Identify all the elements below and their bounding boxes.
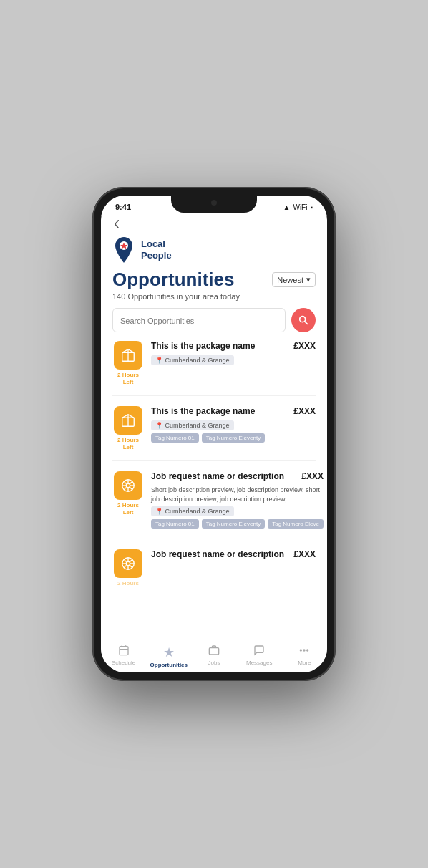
schedule-icon [118, 645, 130, 658]
location-text: 📍 Cumberland & Grange [151, 420, 234, 430]
nav-label-jobs: Jobs [208, 660, 220, 666]
search-row [112, 308, 316, 332]
svg-rect-30 [120, 647, 128, 655]
nav-label-schedule: Schedule [112, 660, 135, 666]
logo-text: Local People [141, 238, 172, 261]
svg-line-29 [130, 559, 132, 561]
location-text: 📍 Cumberland & Grange [151, 355, 234, 365]
card-name: This is the package name [151, 341, 291, 352]
svg-point-11 [126, 484, 130, 488]
nav-label-more: More [298, 660, 311, 666]
svg-rect-34 [209, 648, 218, 655]
opportunity-card[interactable]: 2 Hours Job request name or description … [112, 549, 316, 597]
location-text: 📍 Cumberland & Grange [151, 506, 234, 516]
card-name: This is the package name [151, 406, 291, 418]
card-body: This is the package name £XXX 📍 Cumberla… [151, 406, 316, 443]
icon-col: 2 HoursLeft [112, 406, 144, 450]
tags-row: Tag Numero 01 Tag Numero Eleventy Tag Nu… [151, 519, 324, 529]
phone-frame: 9:41 ▲ WiFi ▪ Local [92, 187, 336, 681]
sort-dropdown[interactable]: Newest ▾ [272, 272, 316, 287]
time-left-label: 2 HoursLeft [117, 437, 139, 450]
opportunity-card[interactable]: 2 HoursLeft Job request name or descript… [112, 471, 316, 539]
time-left-label: 2 HoursLeft [117, 502, 139, 516]
search-input-wrap[interactable] [112, 308, 286, 332]
svg-point-36 [303, 650, 305, 651]
card-name: Job request name or description [151, 549, 291, 561]
nav-item-opportunities[interactable]: ★ Opportunities [146, 640, 191, 672]
nav-item-jobs[interactable]: Jobs [191, 640, 236, 672]
time-left-label: 2 Hours [117, 580, 139, 587]
nav-item-schedule[interactable]: Schedule [101, 640, 146, 672]
svg-line-16 [124, 482, 126, 484]
svg-line-26 [124, 559, 126, 561]
page-header: Opportunities Newest ▾ [112, 269, 316, 291]
svg-line-3 [305, 322, 308, 324]
card-price: £XXX [293, 406, 316, 416]
scroll-content: Local People Opportunities Newest ▾ 140 … [101, 234, 327, 640]
card-body: Job request name or description £XXX [151, 549, 316, 561]
more-icon [298, 645, 310, 658]
location-row: 📍 Cumberland & Grange [151, 355, 316, 365]
page-subtitle: 140 Opportunities in your area today [112, 292, 316, 301]
opportunity-card[interactable]: 2 HoursLeft This is the package name £XX… [112, 406, 316, 461]
nav-label-opportunities: Opportunities [150, 662, 188, 668]
status-time: 9:41 [115, 203, 131, 211]
card-price: £XXX [301, 471, 324, 481]
nav-item-messages[interactable]: Messages [237, 640, 282, 672]
bottom-nav: Schedule ★ Opportunities Jobs [101, 640, 327, 672]
logo-area: Local People [112, 237, 316, 263]
tag: Tag Numero 01 [151, 433, 199, 443]
phone-screen: 9:41 ▲ WiFi ▪ Local [101, 196, 327, 672]
messages-icon [253, 645, 265, 658]
svg-line-17 [130, 488, 132, 490]
icon-col: 2 HoursLeft [112, 471, 144, 516]
page-title: Opportunities [112, 269, 234, 291]
svg-point-35 [301, 650, 302, 651]
logo-icon [112, 237, 135, 263]
status-icons: ▲ WiFi ▪ [283, 203, 313, 211]
nav-label-messages: Messages [246, 660, 272, 666]
tag: Tag Numero Eleve [268, 519, 324, 529]
tag: Tag Numero 01 [151, 519, 199, 529]
package-icon [114, 406, 142, 435]
phone-notch [171, 196, 257, 213]
svg-line-27 [130, 566, 132, 568]
svg-line-19 [130, 482, 132, 484]
icon-col: 2 HoursLeft [112, 341, 144, 385]
nav-item-more[interactable]: More [282, 640, 327, 672]
search-icon [298, 314, 309, 326]
time-left-label: 2 HoursLeft [117, 372, 139, 385]
package-icon [114, 341, 142, 370]
icon-col: 2 Hours [112, 549, 144, 587]
svg-point-37 [307, 650, 308, 651]
job-icon [114, 471, 142, 500]
job-icon [114, 549, 142, 578]
card-description: Short job description preview, job descr… [151, 486, 324, 503]
card-price: £XXX [293, 341, 316, 351]
svg-point-21 [126, 561, 130, 566]
svg-line-28 [124, 566, 126, 568]
back-button[interactable] [101, 216, 327, 234]
svg-line-18 [124, 488, 126, 490]
tags-row: Tag Numero 01 Tag Numero Eleventy [151, 433, 316, 443]
card-body: This is the package name £XXX 📍 Cumberla… [151, 341, 316, 368]
search-input[interactable] [120, 317, 278, 325]
tag: Tag Numero Eleventy [202, 433, 265, 443]
search-button[interactable] [291, 308, 316, 332]
opportunities-icon: ★ [163, 645, 175, 660]
tag: Tag Numero Eleventy [202, 519, 265, 529]
jobs-icon [208, 645, 220, 658]
card-body: Job request name or description £XXX Sho… [151, 471, 324, 529]
opportunity-card[interactable]: 2 HoursLeft This is the package name £XX… [112, 341, 316, 396]
card-name: Job request name or description [151, 471, 298, 483]
card-price: £XXX [293, 549, 316, 559]
